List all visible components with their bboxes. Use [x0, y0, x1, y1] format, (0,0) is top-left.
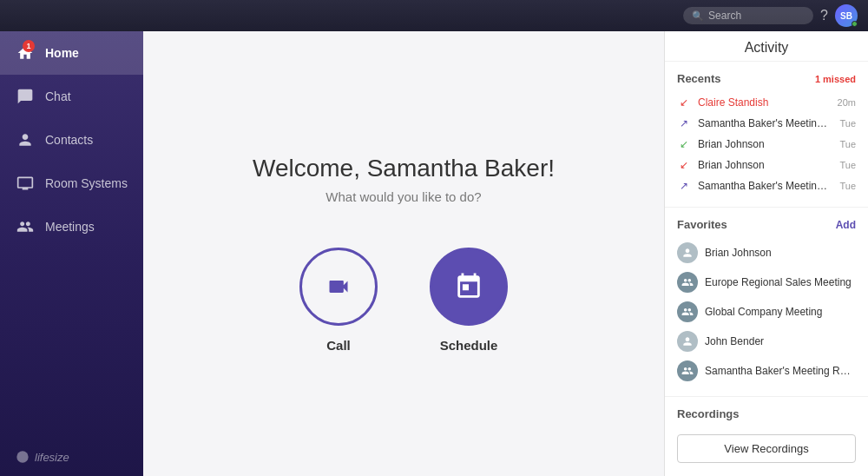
fav-avatar-2: [677, 301, 698, 322]
fav-item-0[interactable]: Brian Johnson: [677, 238, 856, 268]
sidebar-item-chat[interactable]: Chat: [0, 75, 143, 118]
sidebar-item-room-systems[interactable]: Room Systems: [0, 162, 143, 205]
fav-name-1: Europe Regional Sales Meeting: [705, 276, 852, 288]
fav-avatar-4: [677, 360, 698, 381]
recent-time-4: Tue: [839, 181, 856, 191]
recordings-label: Recordings: [677, 407, 740, 420]
recent-name-3: Brian Johnson: [698, 159, 832, 171]
schedule-label: Schedule: [440, 338, 498, 353]
recent-item-0[interactable]: ↙ Claire Standish 20m: [677, 92, 856, 113]
recent-name-0: Claire Standish: [698, 96, 831, 109]
outgoing-call-icon-4: ↗: [677, 180, 691, 192]
schedule-circle[interactable]: [430, 248, 508, 326]
fav-name-2: Global Company Meeting: [705, 306, 822, 318]
recent-name-4: Samantha Baker's Meeting Room: [698, 180, 832, 192]
recordings-section: Recordings View Recordings: [665, 397, 868, 473]
activity-title: Activity: [665, 31, 868, 62]
recents-label: Recents: [677, 72, 721, 85]
home-badge: 1: [23, 40, 35, 52]
search-icon: 🔍: [692, 10, 704, 22]
call-circle[interactable]: [299, 248, 378, 326]
fav-item-3[interactable]: John Bender: [677, 327, 856, 356]
missed-call-icon-3: ↙: [677, 159, 691, 171]
recents-header: Recents 1 missed: [677, 72, 856, 85]
add-favorite-button[interactable]: Add: [836, 219, 856, 231]
fav-name-4: Samantha Baker's Meeting Room: [705, 365, 856, 377]
sidebar-item-home[interactable]: Home 1: [0, 31, 143, 75]
recent-time-3: Tue: [839, 160, 856, 170]
search-box[interactable]: 🔍: [683, 7, 813, 24]
favorites-section: Favorites Add Brian Johnson Europe Regio…: [665, 208, 868, 397]
schedule-button[interactable]: Schedule: [430, 248, 508, 353]
meetings-icon: [16, 217, 35, 236]
recordings-header: Recordings: [677, 407, 856, 420]
missed-call-icon: ↙: [677, 96, 691, 109]
online-indicator: [852, 21, 858, 27]
main-layout: Home 1 Chat Contacts Room Systems Meet: [0, 31, 868, 476]
search-input[interactable]: [708, 10, 805, 22]
fav-item-2[interactable]: Global Company Meeting: [677, 297, 856, 327]
recent-time-1: Tue: [839, 118, 856, 129]
logo-text: lifesize: [35, 451, 69, 464]
fav-avatar-0: [677, 242, 698, 263]
fav-name-0: Brian Johnson: [705, 247, 772, 259]
favorites-header: Favorites Add: [677, 218, 856, 231]
chat-icon: [16, 87, 35, 106]
content-area: Welcome, Samantha Baker! What would you …: [143, 31, 664, 476]
recent-item-1[interactable]: ↗ Samantha Baker's Meeting Room Tue: [677, 113, 856, 134]
recent-name-1: Samantha Baker's Meeting Room: [698, 117, 832, 129]
call-button[interactable]: Call: [299, 248, 378, 353]
recents-section: Recents 1 missed ↙ Claire Standish 20m ↗…: [665, 62, 868, 208]
recent-time-2: Tue: [839, 139, 856, 149]
welcome-subtitle: What would you like to do?: [326, 189, 481, 204]
fav-item-4[interactable]: Samantha Baker's Meeting Room: [677, 356, 856, 386]
call-label: Call: [326, 338, 351, 353]
view-recordings-button[interactable]: View Recordings: [677, 434, 856, 463]
missed-badge: 1 missed: [815, 74, 856, 84]
fav-item-1[interactable]: Europe Regional Sales Meeting: [677, 268, 856, 297]
recent-name-2: Brian Johnson: [698, 138, 832, 150]
right-panel: Activity Recents 1 missed ↙ Claire Stand…: [664, 31, 868, 476]
action-buttons: Call Schedule: [299, 248, 508, 353]
help-icon[interactable]: ?: [820, 8, 828, 23]
recent-item-2[interactable]: ↙ Brian Johnson Tue: [677, 134, 856, 155]
sidebar-item-meetings[interactable]: Meetings: [0, 205, 143, 248]
recent-item-4[interactable]: ↗ Samantha Baker's Meeting Room Tue: [677, 175, 856, 196]
user-avatar[interactable]: SB: [835, 4, 858, 27]
recent-time-0: 20m: [838, 97, 856, 108]
recent-item-3[interactable]: ↙ Brian Johnson Tue: [677, 155, 856, 175]
sidebar-item-contacts[interactable]: Contacts: [0, 118, 143, 162]
contacts-icon: [16, 130, 35, 149]
fav-avatar-3: [677, 331, 698, 352]
fav-avatar-1: [677, 272, 698, 293]
svg-point-0: [16, 451, 28, 462]
sidebar: Home 1 Chat Contacts Room Systems Meet: [0, 31, 143, 476]
welcome-title: Welcome, Samantha Baker!: [253, 155, 555, 182]
favorites-label: Favorites: [677, 218, 727, 231]
top-bar: 🔍 ? SB: [0, 0, 868, 31]
outgoing-call-icon-1: ↗: [677, 117, 691, 129]
incoming-call-icon-2: ↙: [677, 138, 691, 150]
room-systems-icon: [16, 174, 35, 193]
fav-name-3: John Bender: [705, 335, 764, 347]
sidebar-logo: lifesize: [0, 438, 143, 476]
